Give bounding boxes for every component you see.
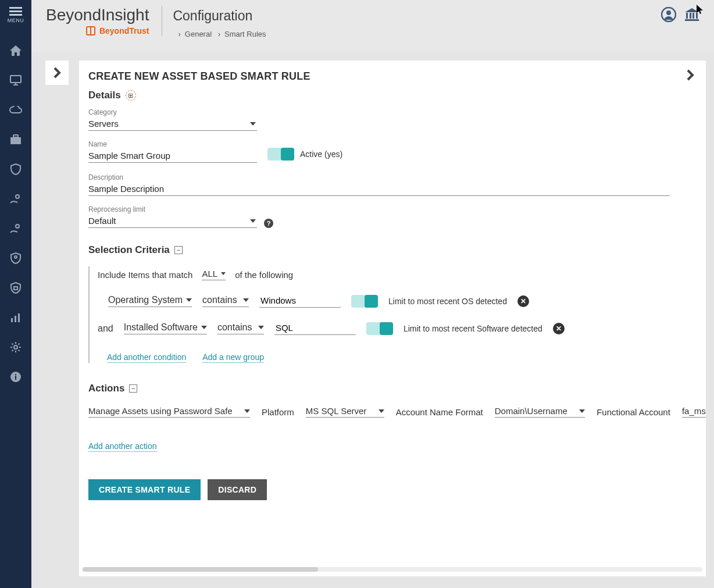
chevron-right-icon bbox=[53, 66, 61, 79]
svg-rect-6 bbox=[10, 137, 21, 144]
hand-gear-icon[interactable] bbox=[9, 192, 23, 206]
name-label: Name bbox=[88, 140, 257, 148]
breadcrumb-general[interactable]: General bbox=[185, 30, 212, 38]
add-action-link[interactable]: Add another action bbox=[88, 441, 157, 452]
info-icon[interactable] bbox=[9, 370, 23, 384]
action-type-select[interactable]: Manage Assets using Password Safe bbox=[88, 406, 250, 418]
account-format-label: Account Name Format bbox=[396, 407, 483, 417]
key-shield-icon[interactable] bbox=[9, 251, 23, 265]
menu-label: MENU bbox=[8, 17, 24, 23]
help-icon[interactable]: ? bbox=[264, 219, 273, 228]
create-smart-rule-button[interactable]: CREATE SMART RULE bbox=[88, 479, 201, 500]
description-input[interactable] bbox=[88, 183, 670, 196]
chart-icon[interactable] bbox=[9, 311, 23, 325]
details-expand-icon[interactable]: ⊞ bbox=[126, 90, 136, 101]
svg-point-8 bbox=[16, 195, 19, 198]
add-condition-link[interactable]: Add another condition bbox=[107, 352, 186, 363]
svg-point-9 bbox=[16, 224, 19, 228]
functional-account-select[interactable]: fa_mssql bbox=[682, 406, 706, 418]
category-select[interactable]: Servers bbox=[88, 117, 257, 131]
svg-rect-25 bbox=[692, 13, 694, 19]
active-toggle[interactable] bbox=[267, 148, 294, 161]
category-label: Category bbox=[88, 108, 697, 116]
svg-rect-13 bbox=[15, 316, 16, 322]
criteria-collapse-icon[interactable]: − bbox=[174, 246, 183, 254]
platform-label: Platform bbox=[262, 407, 294, 417]
svg-rect-14 bbox=[18, 313, 20, 322]
svg-rect-23 bbox=[686, 13, 688, 19]
cursor-icon bbox=[697, 5, 704, 16]
actions-collapse-icon[interactable]: − bbox=[129, 384, 137, 393]
shield-icon[interactable] bbox=[9, 162, 23, 176]
cond1-remove-button[interactable]: ✕ bbox=[517, 295, 529, 307]
smart-rule-panel: CREATE NEW ASSET BASED SMART RULE Detail… bbox=[79, 60, 706, 576]
svg-point-10 bbox=[15, 256, 17, 258]
hand-user-icon[interactable] bbox=[9, 222, 23, 236]
brand-subtitle: BeyondTrust bbox=[85, 26, 149, 36]
svg-rect-11 bbox=[14, 287, 17, 290]
svg-rect-17 bbox=[15, 376, 16, 380]
account-format-select[interactable]: Domain\Username bbox=[495, 406, 585, 418]
expand-left-panel-button[interactable] bbox=[45, 60, 69, 85]
svg-rect-1 bbox=[9, 10, 22, 12]
svg-rect-7 bbox=[13, 135, 18, 137]
active-label: Active (yes) bbox=[300, 149, 342, 159]
criteria-include-prefix: Include Items that match bbox=[98, 270, 192, 280]
svg-rect-27 bbox=[685, 19, 699, 21]
add-group-link[interactable]: Add a new group bbox=[202, 352, 264, 363]
chevron-right-icon bbox=[686, 69, 694, 81]
cond2-limit-label: Limit to most recent Software detected bbox=[404, 324, 542, 333]
cond1-operator-select[interactable]: contains bbox=[202, 295, 249, 307]
details-section-title: Details bbox=[88, 90, 121, 101]
lock-shield-icon[interactable] bbox=[9, 281, 23, 295]
menu-button[interactable]: MENU bbox=[8, 7, 24, 23]
hamburger-icon bbox=[9, 7, 22, 16]
cond1-value-input[interactable] bbox=[259, 294, 341, 308]
cloud-icon[interactable] bbox=[9, 103, 23, 117]
reprocessing-select[interactable]: Default bbox=[88, 215, 257, 228]
brand-logo-icon bbox=[85, 26, 96, 36]
page-title: Configuration bbox=[173, 8, 266, 24]
cond2-and-label: and bbox=[98, 323, 113, 334]
breadcrumb: ›General ›Smart Rules bbox=[174, 30, 266, 38]
svg-rect-3 bbox=[10, 76, 21, 83]
cond2-type-select[interactable]: Installed Software bbox=[124, 322, 207, 334]
collapse-panel-button[interactable] bbox=[686, 69, 694, 84]
header: BeyondInsight BeyondTrust Configuration … bbox=[31, 0, 714, 52]
panel-title: CREATE NEW ASSET BASED SMART RULE bbox=[88, 70, 310, 83]
criteria-include-suffix: of the following bbox=[235, 270, 293, 280]
functional-account-label: Functional Account bbox=[597, 407, 670, 417]
svg-rect-2 bbox=[9, 14, 22, 16]
gear-icon[interactable] bbox=[9, 340, 23, 354]
cond2-remove-button[interactable]: ✕ bbox=[553, 323, 565, 334]
cond2-limit-toggle[interactable] bbox=[366, 322, 393, 335]
cond1-limit-toggle[interactable] bbox=[351, 295, 378, 308]
briefcase-icon[interactable] bbox=[9, 133, 23, 147]
name-input[interactable] bbox=[88, 149, 257, 163]
svg-point-22 bbox=[666, 10, 671, 15]
sidebar: MENU bbox=[0, 0, 31, 588]
description-label: Description bbox=[88, 173, 697, 181]
svg-point-15 bbox=[14, 345, 17, 349]
cond2-operator-select[interactable]: contains bbox=[217, 322, 264, 334]
account-icon[interactable] bbox=[661, 7, 676, 24]
reprocessing-label: Reprocessing limit bbox=[88, 205, 257, 213]
criteria-section-title: Selection Criteria bbox=[88, 244, 170, 256]
brand-title: BeyondInsight bbox=[46, 6, 149, 24]
svg-rect-18 bbox=[15, 374, 16, 375]
home-icon[interactable] bbox=[9, 44, 23, 58]
platform-select[interactable]: MS SQL Server bbox=[306, 406, 384, 418]
match-mode-select[interactable]: ALL bbox=[202, 269, 226, 280]
svg-rect-24 bbox=[690, 13, 691, 19]
horizontal-scrollbar[interactable] bbox=[83, 567, 702, 573]
cond1-limit-label: Limit to most recent OS detected bbox=[388, 297, 507, 306]
monitor-icon[interactable] bbox=[9, 73, 23, 87]
breadcrumb-smart-rules[interactable]: Smart Rules bbox=[224, 30, 266, 38]
cond1-type-select[interactable]: Operating System bbox=[108, 295, 192, 307]
svg-rect-0 bbox=[9, 7, 22, 9]
cond2-value-input[interactable] bbox=[274, 322, 356, 335]
discard-button[interactable]: DISCARD bbox=[208, 479, 267, 500]
actions-section-title: Actions bbox=[88, 383, 124, 394]
svg-rect-12 bbox=[11, 318, 13, 322]
